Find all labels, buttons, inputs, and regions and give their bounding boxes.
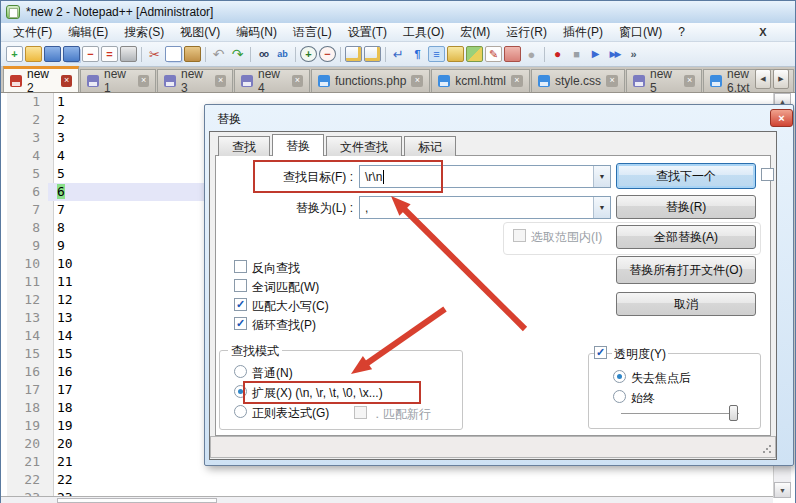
show-all-chars-icon[interactable]: ¶ bbox=[409, 46, 426, 62]
dot-matches-newline-checkbox[interactable] bbox=[354, 406, 367, 419]
zoom-out-icon[interactable]: − bbox=[319, 46, 336, 62]
separator[interactable] bbox=[141, 47, 142, 62]
separator[interactable] bbox=[544, 47, 545, 62]
separator[interactable] bbox=[205, 47, 206, 62]
document-tab[interactable]: new 1 × bbox=[80, 69, 156, 92]
wrap-around-checkbox[interactable] bbox=[234, 317, 247, 330]
cancel-button[interactable]: 取消 bbox=[616, 292, 756, 316]
menu-item[interactable]: 语言(L) bbox=[285, 22, 340, 43]
menu-item[interactable]: 插件(P) bbox=[555, 22, 611, 43]
dialog-tab[interactable]: 文件查找 bbox=[326, 136, 402, 156]
save-icon[interactable] bbox=[44, 46, 61, 62]
tab-close-icon[interactable]: × bbox=[215, 75, 226, 87]
on-lose-focus-radio[interactable] bbox=[613, 370, 626, 383]
find-replace-icon[interactable]: ab bbox=[274, 46, 291, 62]
tab-close-icon[interactable]: × bbox=[138, 75, 149, 87]
separator[interactable] bbox=[340, 47, 341, 62]
always-radio[interactable] bbox=[613, 390, 626, 403]
tab-scroll-left-icon[interactable]: ◀ bbox=[755, 69, 771, 89]
horizontal-scroll-thumb[interactable] bbox=[57, 498, 217, 503]
separator[interactable] bbox=[385, 47, 386, 62]
tab-close-icon[interactable]: × bbox=[292, 75, 303, 87]
replace-all-open-button[interactable]: 替换所有打开文件(O) bbox=[616, 256, 756, 284]
menu-item[interactable]: 文件(F) bbox=[5, 22, 60, 43]
zoom-in-icon[interactable]: + bbox=[300, 46, 317, 62]
sync-vertical-icon[interactable] bbox=[345, 46, 362, 62]
print-icon[interactable] bbox=[120, 46, 137, 62]
open-file-icon[interactable] bbox=[25, 46, 42, 62]
redo-icon[interactable]: ↷ bbox=[229, 46, 246, 62]
menu-item[interactable]: 工具(O) bbox=[395, 22, 452, 43]
document-close-icon[interactable]: X bbox=[755, 25, 771, 40]
macro-play-icon[interactable]: ▶ bbox=[587, 46, 604, 62]
copy-icon[interactable] bbox=[165, 46, 182, 62]
tab-close-icon[interactable]: × bbox=[684, 75, 695, 87]
folder-workspace-icon[interactable] bbox=[504, 46, 521, 62]
document-tab[interactable]: new 5 × bbox=[626, 69, 702, 92]
document-tab[interactable]: kcml.html × bbox=[431, 69, 530, 92]
find-next-button[interactable]: 查找下一个 bbox=[616, 163, 756, 189]
menu-item[interactable]: 设置(T) bbox=[340, 22, 395, 43]
save-all-icon[interactable] bbox=[63, 46, 80, 62]
find-icon[interactable]: oo bbox=[255, 46, 272, 62]
find-dropdown-icon[interactable]: ▼ bbox=[593, 166, 610, 187]
replace-button[interactable]: 替换(R) bbox=[616, 195, 756, 219]
document-tab[interactable]: style.css × bbox=[531, 69, 625, 92]
toolbar-overflow-icon[interactable]: » bbox=[625, 46, 642, 62]
menu-item[interactable]: 窗口(W) bbox=[611, 22, 670, 43]
separator[interactable] bbox=[250, 47, 251, 62]
document-tab[interactable]: new 4 × bbox=[234, 69, 310, 92]
regex-mode-radio[interactable] bbox=[234, 405, 247, 418]
document-tab[interactable]: new 3 × bbox=[157, 69, 233, 92]
dialog-tab[interactable]: 查找 bbox=[218, 136, 270, 156]
macro-run-icon[interactable]: ▶▶ bbox=[606, 46, 623, 62]
menu-item[interactable]: 运行(R) bbox=[498, 22, 555, 43]
document-tab[interactable]: functions.php × bbox=[311, 69, 430, 92]
function-list-icon[interactable]: ✎ bbox=[485, 46, 502, 62]
dialog-close-icon[interactable]: × bbox=[770, 109, 793, 127]
new-file-icon[interactable]: + bbox=[6, 46, 23, 62]
transparency-slider-thumb[interactable] bbox=[729, 405, 738, 421]
horizontal-scrollbar[interactable] bbox=[1, 496, 773, 503]
whole-word-checkbox[interactable] bbox=[234, 279, 247, 292]
macro-record-icon[interactable]: ● bbox=[549, 46, 566, 62]
in-selection-checkbox[interactable] bbox=[513, 229, 526, 242]
scroll-down-icon[interactable]: ▼ bbox=[774, 482, 791, 498]
word-wrap-icon[interactable]: ↵ bbox=[390, 46, 407, 62]
menu-item[interactable]: 视图(V) bbox=[172, 22, 228, 43]
normal-mode-radio[interactable] bbox=[234, 365, 247, 378]
menu-item[interactable]: 编辑(E) bbox=[60, 22, 116, 43]
separator[interactable] bbox=[295, 47, 296, 62]
cut-icon[interactable]: ✂ bbox=[146, 46, 163, 62]
paste-icon[interactable] bbox=[184, 46, 201, 62]
close-file-icon[interactable]: − bbox=[82, 46, 99, 62]
dialog-tab[interactable]: 替换 bbox=[272, 134, 324, 156]
menu-item[interactable]: ? bbox=[670, 23, 693, 41]
document-tab[interactable]: new 2 × bbox=[3, 66, 79, 92]
replace-all-button[interactable]: 全部替换(A) bbox=[616, 225, 756, 249]
tab-close-icon[interactable]: × bbox=[411, 75, 423, 87]
indent-guide-icon[interactable]: ≡ bbox=[428, 46, 445, 62]
close-all-icon[interactable]: = bbox=[101, 46, 118, 62]
replace-with-combobox[interactable]: , ▼ bbox=[359, 196, 611, 219]
doc-monitor-icon[interactable]: ● bbox=[523, 46, 540, 62]
user-lang-icon[interactable] bbox=[447, 46, 464, 62]
tab-close-icon[interactable]: × bbox=[61, 75, 72, 87]
tab-close-icon[interactable]: × bbox=[511, 75, 523, 87]
transparency-checkbox[interactable] bbox=[594, 346, 607, 359]
menu-item[interactable]: 宏(M) bbox=[452, 22, 498, 43]
menu-item[interactable]: 搜索(S) bbox=[116, 22, 172, 43]
extra-checkbox[interactable] bbox=[761, 168, 774, 181]
menu-item[interactable]: 编码(N) bbox=[228, 22, 285, 43]
dialog-tab[interactable]: 标记 bbox=[404, 136, 456, 156]
replace-dropdown-icon[interactable]: ▼ bbox=[593, 197, 610, 218]
backward-direction-checkbox[interactable] bbox=[234, 260, 247, 273]
match-case-checkbox[interactable] bbox=[234, 298, 247, 311]
tab-scroll-right-icon[interactable]: ▶ bbox=[773, 69, 789, 89]
macro-stop-icon[interactable]: ■ bbox=[568, 46, 585, 62]
tab-close-icon[interactable]: × bbox=[606, 75, 618, 87]
undo-icon[interactable]: ↶ bbox=[210, 46, 227, 62]
resize-grip[interactable] bbox=[762, 444, 772, 454]
doc-map-icon[interactable] bbox=[466, 46, 483, 62]
sync-horizontal-icon[interactable] bbox=[364, 46, 381, 62]
